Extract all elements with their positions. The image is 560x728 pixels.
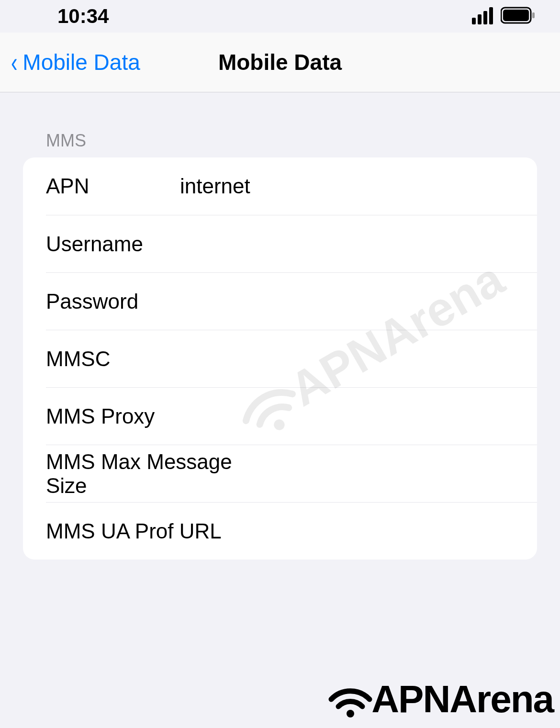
mmsc-row[interactable]: MMSC [46,330,537,387]
svg-rect-1 [478,14,482,24]
navigation-bar: ‹ Mobile Data Mobile Data [0,33,560,92]
svg-rect-5 [503,10,529,21]
svg-rect-2 [483,11,487,24]
svg-point-8 [347,710,354,717]
mms-ua-label: MMS UA Prof URL [46,519,222,543]
status-time: 10:34 [57,5,109,28]
svg-rect-6 [532,12,535,18]
content-area: MMS APN Username Password MMSC MMS Proxy… [0,92,560,560]
page-title: Mobile Data [218,49,342,75]
section-header-mms: MMS [23,131,537,157]
mmsc-label: MMSC [46,347,180,371]
username-input[interactable] [180,232,537,256]
mms-ua-row[interactable]: MMS UA Prof URL [46,502,537,560]
mms-ua-input[interactable] [222,519,537,543]
username-row[interactable]: Username [46,215,537,272]
mms-max-row[interactable]: MMS Max Message Size [46,445,537,502]
back-button-label: Mobile Data [22,49,140,75]
chevron-left-icon: ‹ [11,48,18,76]
status-bar: 10:34 [0,0,560,33]
mms-proxy-row[interactable]: MMS Proxy [46,387,537,445]
wifi-icon [326,675,374,723]
password-input[interactable] [180,290,537,314]
apn-row[interactable]: APN [23,157,537,215]
apn-input[interactable] [180,174,537,198]
username-label: Username [46,232,180,256]
svg-rect-3 [489,7,493,24]
mms-proxy-input[interactable] [180,404,537,428]
mms-proxy-label: MMS Proxy [46,404,180,428]
watermark-bottom: APNArena [326,675,553,723]
mmsc-input[interactable] [180,347,537,371]
password-label: Password [46,290,180,314]
password-row[interactable]: Password [46,272,537,330]
mms-max-label: MMS Max Message Size [46,450,265,498]
cellular-signal-icon [472,6,496,26]
mms-max-input[interactable] [265,462,537,486]
settings-group-mms: APN Username Password MMSC MMS Proxy MMS… [23,157,537,560]
battery-icon [501,7,536,26]
status-indicators [472,6,536,26]
watermark-text: APNArena [371,677,553,721]
svg-rect-0 [472,18,476,24]
back-button[interactable]: ‹ Mobile Data [10,48,140,76]
apn-label: APN [46,174,180,198]
